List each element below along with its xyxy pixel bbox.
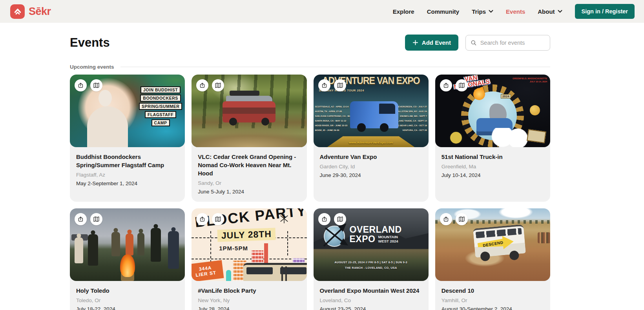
- event-title: Adventure Van Expo: [320, 153, 422, 161]
- share-button[interactable]: [75, 213, 87, 225]
- poster-art: [243, 263, 306, 281]
- page-title: Events: [70, 36, 110, 50]
- poster-art: [527, 129, 546, 143]
- search-box: [465, 35, 550, 51]
- person-silhouette: [151, 228, 161, 262]
- poster-art: [223, 101, 275, 122]
- event-info: Adventure Van Expo Garden City, Id June …: [314, 147, 429, 185]
- event-dates: June 5-July 1, 2024: [198, 189, 300, 195]
- event-dates: July 28, 2024: [198, 306, 300, 310]
- share-icon: [443, 82, 449, 89]
- map-button[interactable]: [456, 213, 468, 225]
- nav-item-explore[interactable]: Explore: [393, 8, 414, 15]
- share-button[interactable]: [440, 79, 452, 91]
- event-image: 2024 VAN NATIONALS GREENFIELD, MASSACHUS…: [435, 75, 550, 147]
- search-input[interactable]: [480, 40, 545, 46]
- events-grid: JOIN BUDDHIST BOONDOCKERS SPRING/SUMMER …: [70, 75, 550, 310]
- event-image: DESCEND: [435, 208, 550, 281]
- map-button[interactable]: [334, 213, 346, 225]
- map-button[interactable]: [456, 79, 468, 91]
- event-title: Buddhist Boondockers Spring/Summer Flags…: [76, 153, 179, 169]
- map-button[interactable]: [212, 79, 224, 91]
- section-divider: [120, 67, 550, 67]
- main-nav: Explore Community Trips Events About Sig…: [393, 4, 635, 19]
- event-image: JOIN BUDDHIST BOONDOCKERS SPRING/SUMMER …: [70, 75, 185, 147]
- map-icon: [337, 82, 343, 89]
- map-icon: [458, 82, 465, 89]
- event-info: #VanLife Block Party New York, Ny July 2…: [192, 281, 306, 310]
- poster-art: [192, 127, 306, 147]
- map-icon: [93, 216, 100, 222]
- campfire-art: [120, 254, 135, 277]
- map-button[interactable]: [334, 79, 346, 91]
- event-card[interactable]: VLC: Cedar Creek Grand Opening - Nomad C…: [192, 75, 306, 202]
- event-location: Yamhill, Or: [441, 297, 544, 303]
- person-silhouette: [137, 233, 144, 255]
- event-card[interactable]: 2024 VAN NATIONALS GREENFIELD, MASSACHUS…: [435, 75, 550, 202]
- map-button[interactable]: [212, 213, 224, 225]
- event-location: Greenfield, Ma: [441, 164, 544, 170]
- event-location: Flagstaff, Az: [76, 172, 179, 178]
- event-card[interactable]: BLOCK PARTY JULY 28TH 1PM-5PM 344A LIE: [192, 208, 306, 310]
- poster-art: [226, 270, 231, 281]
- event-dates: June 29-30, 2024: [320, 172, 422, 178]
- event-info: Buddhist Boondockers Spring/Summer Flags…: [70, 147, 185, 193]
- sign-in-register-button[interactable]: Sign in / Register: [575, 4, 635, 19]
- share-button[interactable]: [318, 79, 330, 91]
- event-title: Overland Expo Mountain West 2024: [320, 286, 422, 295]
- person-silhouette: [168, 231, 179, 269]
- event-card[interactable]: Holy Toledo Toledo, Or July 18-22, 2024: [70, 208, 185, 310]
- share-button[interactable]: [196, 79, 208, 91]
- poster-art: [99, 90, 112, 106]
- map-button[interactable]: [90, 213, 102, 225]
- event-info: VLC: Cedar Creek Grand Opening - Nomad C…: [192, 147, 306, 202]
- nav-item-trips[interactable]: Trips: [472, 8, 493, 15]
- brand-logo[interactable]: Sēkr: [10, 4, 51, 19]
- map-icon: [458, 216, 465, 222]
- event-card[interactable]: DESCEND Descend 10 Yamhill, Or August 30…: [435, 208, 550, 310]
- poster-art: [449, 131, 463, 145]
- poster-year: 2024: [501, 94, 511, 98]
- event-dates: May 2-September 1, 2024: [76, 181, 179, 186]
- poster-website: www.AdventureVanExpo.com: [314, 141, 429, 144]
- event-info: Holy Toledo Toledo, Or July 18-22, 2024: [70, 281, 185, 310]
- map-icon: [337, 216, 343, 222]
- event-title: 51st National Truck-in: [441, 153, 544, 161]
- section-label: Upcoming events: [70, 64, 114, 70]
- event-info: Descend 10 Yamhill, Or August 30-Septemb…: [435, 281, 550, 310]
- share-icon: [77, 216, 84, 222]
- share-icon: [321, 82, 328, 89]
- nav-item-community[interactable]: Community: [427, 8, 460, 15]
- event-title: VLC: Cedar Creek Grand Opening - Nomad C…: [198, 153, 300, 177]
- event-info: Overland Expo Mountain West 2024 Lovelan…: [314, 281, 429, 310]
- poster-art: [538, 232, 550, 243]
- poster-art: [530, 105, 540, 115]
- event-location: Garden City, Id: [320, 164, 422, 170]
- share-button[interactable]: [75, 79, 87, 91]
- share-button[interactable]: [196, 213, 208, 225]
- event-image: BLOCK PARTY JULY 28TH 1PM-5PM 344A LIE: [192, 208, 306, 281]
- nav-item-events[interactable]: Events: [506, 8, 525, 15]
- section-header: Upcoming events: [70, 64, 550, 70]
- map-button[interactable]: [90, 79, 102, 91]
- event-card[interactable]: ADVENTURE VAN EXPO SO MANY ROADS TOUR 20…: [314, 75, 429, 202]
- share-button[interactable]: [318, 213, 330, 225]
- search-icon: [471, 39, 477, 46]
- event-title: Holy Toledo: [76, 286, 179, 295]
- person-silhouette: [88, 234, 98, 266]
- page-actions: Add Event: [405, 35, 550, 51]
- nav-item-about[interactable]: About: [538, 8, 562, 15]
- event-location: Toledo, Or: [76, 297, 179, 303]
- event-card[interactable]: OVERLAND EXPO MOUNTAIN WEST 2024 AUGUST …: [314, 208, 429, 310]
- event-title: #VanLife Block Party: [198, 286, 300, 295]
- poster-date: JULY 28TH: [217, 228, 276, 242]
- poster-info: AUGUST 23-25, 2024 // FRI 8-5 | SAT 8-5 …: [314, 260, 429, 271]
- page-header: Events Add Event: [70, 35, 550, 51]
- event-card[interactable]: JOIN BUDDHIST BOONDOCKERS SPRING/SUMMER …: [70, 75, 185, 202]
- chevron-down-icon: [558, 10, 562, 13]
- share-button[interactable]: [440, 213, 452, 225]
- add-event-button[interactable]: Add Event: [405, 35, 458, 51]
- share-icon: [321, 216, 328, 222]
- poster-art: [350, 101, 398, 128]
- event-dates: July 18-22, 2024: [76, 306, 179, 310]
